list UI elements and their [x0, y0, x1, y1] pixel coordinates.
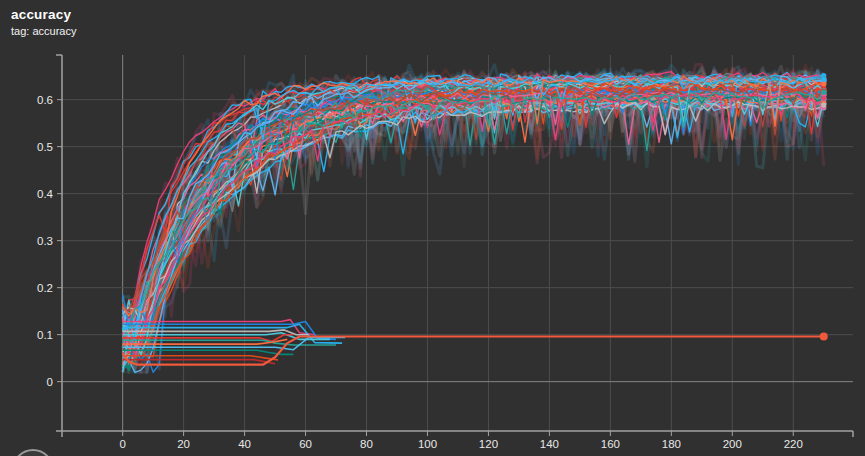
x-tick-label: 200	[723, 438, 742, 450]
flat-runs-layer	[123, 320, 824, 365]
accuracy-line-chart[interactable]: 02040608010012014016018020022000.10.20.3…	[0, 0, 865, 456]
run-end-dot	[821, 90, 826, 95]
x-tick-label: 220	[784, 438, 803, 450]
y-tick-label: 0.5	[37, 141, 53, 153]
y-tick-label: 0.4	[37, 188, 54, 200]
x-tick-label: 0	[119, 438, 125, 450]
x-tick-label: 100	[418, 438, 437, 450]
y-tick-label: 0.2	[37, 282, 53, 294]
x-tick-label: 20	[177, 438, 190, 450]
y-tick-label: 0.6	[37, 94, 53, 106]
run-end-dot	[821, 96, 826, 101]
x-tick-label: 160	[601, 438, 620, 450]
y-tick-label: 0.1	[37, 329, 53, 341]
run-end-dot	[821, 81, 826, 86]
x-tick-label: 40	[238, 438, 251, 450]
run-end-dot	[821, 77, 826, 82]
run-end-dot	[821, 103, 826, 108]
y-tick-label: 0.3	[37, 235, 53, 247]
x-tick-label: 120	[479, 438, 498, 450]
chart-tag-subtitle: tag: accuracy	[11, 24, 76, 38]
x-tick-label: 140	[540, 438, 559, 450]
chart-header: accuracy tag: accuracy	[11, 7, 76, 38]
x-tick-label: 60	[299, 438, 312, 450]
scalar-chart-card: accuracy tag: accuracy 02040608010012014…	[0, 0, 865, 456]
x-tick-label: 180	[662, 438, 681, 450]
x-tick-label: 80	[360, 438, 373, 450]
y-tick-label: 0	[47, 376, 53, 388]
long-run-end-dot	[820, 333, 828, 341]
chart-title: accuracy	[11, 7, 76, 23]
